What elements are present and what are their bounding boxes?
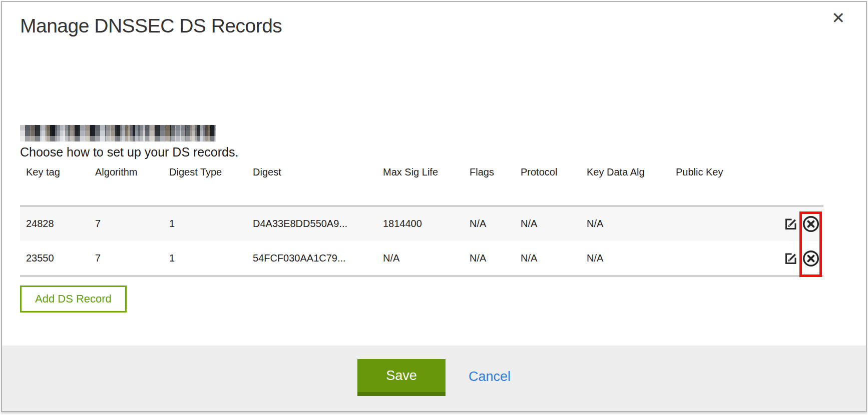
ds-records-table-zone: Key tag Algorithm Digest Type Digest Max… xyxy=(20,166,823,276)
column-header-algorithm: Algorithm xyxy=(89,166,163,206)
cell-max-sig-life: 1814400 xyxy=(377,206,464,241)
cell-max-sig-life: N/A xyxy=(377,241,464,276)
ds-records-table: Key tag Algorithm Digest Type Digest Max… xyxy=(20,166,823,276)
manage-dnssec-dialog: Manage DNSSEC DS Records ✕ Choose how to… xyxy=(1,1,867,412)
edit-record-icon[interactable] xyxy=(784,217,798,231)
cell-flags: N/A xyxy=(464,241,515,276)
cell-key-tag: 23550 xyxy=(20,241,89,276)
cell-digest-type: 1 xyxy=(163,206,247,241)
column-header-key-tag: Key tag xyxy=(20,166,89,206)
cell-protocol: N/A xyxy=(515,206,581,241)
cell-protocol: N/A xyxy=(515,241,581,276)
column-header-max-sig-life: Max Sig Life xyxy=(377,166,464,206)
cell-key-tag: 24828 xyxy=(20,206,89,241)
close-icon[interactable]: ✕ xyxy=(831,10,845,26)
dialog-footer: Save Cancel xyxy=(2,346,866,411)
cell-actions xyxy=(746,241,823,276)
edit-record-icon[interactable] xyxy=(784,252,798,266)
column-header-flags: Flags xyxy=(464,166,515,206)
column-header-digest-type: Digest Type xyxy=(163,166,247,206)
column-header-key-data-alg: Key Data Alg xyxy=(581,166,670,206)
cell-flags: N/A xyxy=(464,206,515,241)
add-ds-record-button[interactable]: Add DS Record xyxy=(20,286,127,312)
cell-digest: 54FCF030AA1C79... xyxy=(247,241,377,276)
cancel-link[interactable]: Cancel xyxy=(469,369,511,384)
column-header-public-key: Public Key xyxy=(670,166,746,206)
column-header-actions xyxy=(746,166,823,206)
cell-key-data-alg: N/A xyxy=(581,241,670,276)
cell-algorithm: 7 xyxy=(89,206,163,241)
page-title: Manage DNSSEC DS Records xyxy=(20,15,282,37)
cell-digest-type: 1 xyxy=(163,241,247,276)
ds-record-row: 23550 7 1 54FCF030AA1C79... N/A N/A N/A … xyxy=(20,241,823,276)
redacted-domain-name xyxy=(20,125,216,142)
table-header-row: Key tag Algorithm Digest Type Digest Max… xyxy=(20,166,823,206)
delete-record-icon[interactable] xyxy=(802,250,820,268)
column-header-protocol: Protocol xyxy=(515,166,581,206)
cell-actions xyxy=(746,206,823,241)
ds-record-row: 24828 7 1 D4A33E8DD550A9... 1814400 N/A … xyxy=(20,206,823,241)
cell-algorithm: 7 xyxy=(89,241,163,276)
delete-record-icon[interactable] xyxy=(802,215,820,233)
column-header-digest: Digest xyxy=(247,166,377,206)
cell-key-data-alg: N/A xyxy=(581,206,670,241)
cell-public-key xyxy=(670,206,746,241)
instruction-text: Choose how to set up your DS records. xyxy=(20,145,238,160)
save-button[interactable]: Save xyxy=(357,359,446,396)
cell-digest: D4A33E8DD550A9... xyxy=(247,206,377,241)
cell-public-key xyxy=(670,241,746,276)
